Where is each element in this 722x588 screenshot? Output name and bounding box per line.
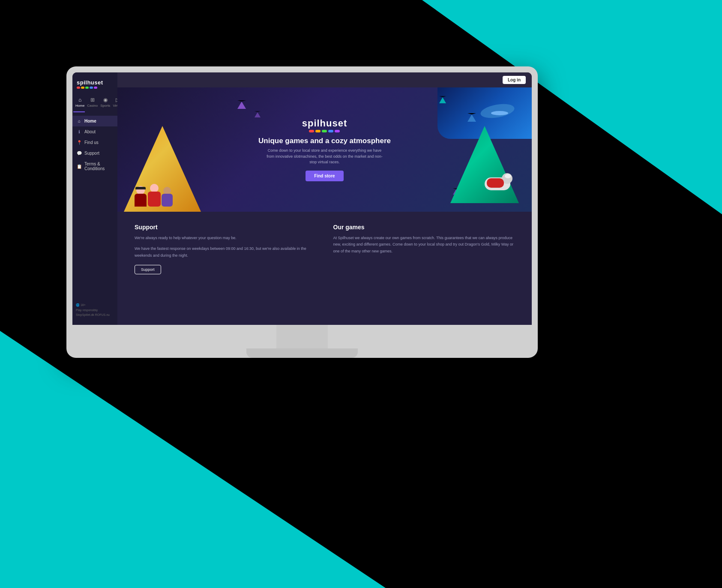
nav-sports[interactable]: ◉ Sports bbox=[99, 96, 111, 109]
nav-casino[interactable]: ⊞ Casino bbox=[86, 96, 99, 109]
logo-text: spilhuset bbox=[77, 79, 103, 86]
nav-home-label: Home bbox=[75, 104, 84, 108]
monitor-screen: spilhuset ⌂ Home ⊞ Casino bbox=[72, 72, 532, 325]
tri-decor-3 bbox=[439, 96, 446, 103]
findus-icon: 📍 bbox=[77, 140, 82, 145]
sidebar: spilhuset ⌂ Home ⊞ Casino bbox=[72, 72, 117, 325]
hero-brand-name: spilhuset bbox=[302, 118, 348, 129]
monitor-frame: spilhuset ⌂ Home ⊞ Casino bbox=[66, 66, 538, 358]
globe-icon: 🌐 bbox=[76, 303, 80, 306]
hdot-3 bbox=[322, 130, 327, 132]
nav-active-bar bbox=[73, 111, 85, 112]
login-button[interactable]: Log in bbox=[503, 76, 526, 84]
games-text: At Spilhuset we always create our own ga… bbox=[333, 235, 515, 255]
sidebar-item-home[interactable]: ⌂ Home bbox=[72, 116, 117, 126]
home-icon: ⌂ bbox=[78, 97, 81, 103]
hero-brand-dots bbox=[309, 130, 340, 132]
games-title: Our games bbox=[333, 224, 515, 231]
sidebar-item-terms[interactable]: 📋 Terms & Conditions bbox=[72, 159, 117, 174]
sidebar-item-support[interactable]: 💬 Support bbox=[72, 148, 117, 159]
lower-section: Support We're always ready to help whate… bbox=[117, 212, 532, 325]
support-icon: 💬 bbox=[77, 151, 82, 156]
sidebar-findus-label: Find us bbox=[84, 140, 99, 145]
logo-dot-2 bbox=[81, 87, 84, 89]
home-menu-icon: ⌂ bbox=[77, 119, 82, 123]
hero-left-character bbox=[124, 105, 210, 212]
nav-sports-label: Sports bbox=[100, 104, 110, 108]
sidebar-terms-label: Terms & Conditions bbox=[84, 162, 113, 171]
support-text1: We're always ready to help whatever your… bbox=[135, 235, 316, 241]
sidebar-home-label: Home bbox=[84, 119, 96, 123]
nav-casino-label: Casino bbox=[87, 104, 98, 108]
monitor-stand-neck bbox=[276, 325, 328, 348]
sidebar-item-about[interactable]: ℹ About bbox=[72, 126, 117, 137]
logo-dot-3 bbox=[85, 87, 89, 89]
hdot-2 bbox=[315, 130, 321, 132]
sidebar-support-label: Support bbox=[84, 151, 99, 156]
logo-dot-5 bbox=[94, 87, 97, 89]
hdot-4 bbox=[328, 130, 333, 132]
age-label: 🌐 18+ bbox=[76, 303, 114, 307]
nav-home[interactable]: ⌂ Home bbox=[74, 96, 86, 109]
bg-teal-bottom bbox=[0, 331, 386, 588]
hdot-5 bbox=[335, 130, 340, 132]
support-title: Support bbox=[135, 224, 316, 231]
main-content: Log in bbox=[117, 72, 532, 325]
find-store-button[interactable]: Find store bbox=[306, 171, 343, 181]
support-text2: We have the fastest response on weekdays… bbox=[135, 246, 316, 259]
hero-title: Unique games and a cozy atmosphere bbox=[258, 137, 391, 145]
sidebar-item-findus[interactable]: 📍 Find us bbox=[72, 137, 117, 148]
hero-brand: spilhuset bbox=[258, 118, 391, 132]
casino-icon: ⊞ bbox=[90, 97, 95, 103]
terms-icon: 📋 bbox=[77, 164, 82, 169]
hero-right-character bbox=[446, 117, 519, 203]
support-button[interactable]: Support bbox=[135, 265, 161, 274]
logo-dots bbox=[77, 87, 97, 89]
sidebar-logo: spilhuset bbox=[72, 77, 117, 93]
sidebar-footer: 🌐 18+ Play responsibly StopSpillet.dk RO… bbox=[72, 299, 117, 321]
hdot-1 bbox=[309, 130, 314, 132]
nav-icons-row: ⌂ Home ⊞ Casino ◉ Sports ▷ Virtual bbox=[72, 93, 117, 109]
topbar: Log in bbox=[117, 72, 532, 87]
support-column: Support We're always ready to help whate… bbox=[135, 224, 316, 316]
logo-dot-1 bbox=[77, 87, 80, 89]
hero-section: spilhuset Unique games and a cozy atmosp… bbox=[117, 87, 532, 212]
about-icon: ℹ bbox=[77, 129, 82, 134]
hero-text: spilhuset Unique games and a cozy atmosp… bbox=[250, 118, 399, 181]
sidebar-about-label: About bbox=[84, 129, 96, 134]
sports-icon: ◉ bbox=[103, 97, 108, 103]
games-column: Our games At Spilhuset we always create … bbox=[333, 224, 515, 316]
tri-decor-2 bbox=[255, 111, 261, 117]
footer-links: Play responsibly StopSpillet.dk ROFUS.nu bbox=[76, 308, 114, 317]
logo-dot-4 bbox=[90, 87, 93, 89]
sidebar-menu: ⌂ Home ℹ About 📍 Find us 💬 Support 📋 bbox=[72, 114, 117, 176]
hero-subtitle: Come down to your local store and experi… bbox=[264, 148, 384, 165]
monitor-stand-base bbox=[246, 348, 358, 358]
tri-decor-1 bbox=[237, 100, 246, 109]
